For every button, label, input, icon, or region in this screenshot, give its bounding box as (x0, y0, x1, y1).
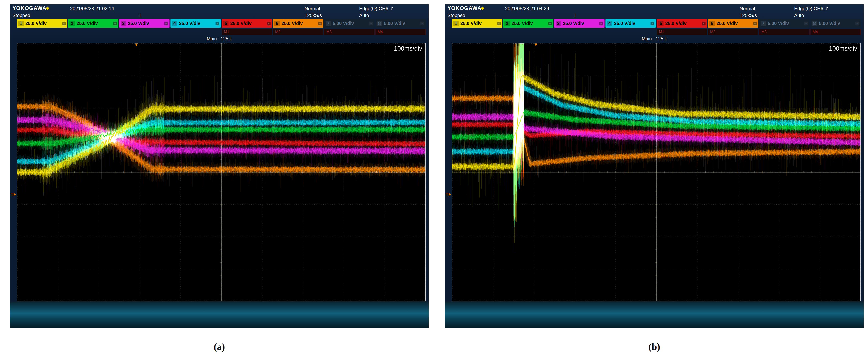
channel-number: 3 (121, 21, 126, 26)
channel-2-vdiv-badge: 225.0 V/div≡ (68, 19, 118, 28)
math-channel-badge: M1 (657, 29, 707, 35)
waveform-canvas-b (452, 43, 860, 301)
acquisition-indicator: 1 (138, 12, 141, 18)
sample-rate-label: 125kS/s (305, 12, 322, 18)
trigger-level-icon: T (10, 192, 16, 197)
channel-number: 2 (504, 21, 510, 26)
channel-4-vdiv-badge: 425.0 V/div≡ (606, 19, 656, 28)
math-channel-badge: M4 (375, 29, 426, 35)
trigger-position-icon: ▼ (533, 42, 538, 47)
coupling-icon: ≡ (113, 22, 117, 25)
scope-capture-b: YOKOGAWA ◆ 2021/05/28 21:04:29 Normal 12… (445, 4, 864, 352)
channel-settings-bar: 125.0 V/div≡225.0 V/div≡325.0 V/div≡425.… (445, 19, 864, 28)
channel-vdiv-value: 5.00 V/div (384, 21, 405, 26)
channel-vdiv-value: 25.0 V/div (563, 21, 584, 26)
trigger-source-label: Edge(Q) CH6 (359, 6, 388, 11)
subfigure-caption-a: (a) (10, 341, 429, 352)
channel-vdiv-value: 25.0 V/div (614, 21, 635, 26)
screen-footer-band (10, 301, 429, 328)
math-channel-bar: M1M2M3M4 (657, 29, 861, 35)
coupling-icon: ≡ (369, 22, 373, 25)
math-channel-bar: M1M2M3M4 (222, 29, 426, 35)
channel-vdiv-value: 25.0 V/div (512, 21, 533, 26)
timebase-label: 100ms/div (829, 45, 857, 52)
acquisition-mode-label: Normal (740, 6, 755, 11)
brand-logo: YOKOGAWA (12, 5, 46, 11)
channel-8-vdiv-badge: 85.00 V/div≡ (810, 19, 861, 28)
trigger-level-icon: T (445, 192, 451, 197)
channel-vdiv-value: 5.00 V/div (333, 21, 354, 26)
channel-number: 7 (761, 21, 766, 26)
channel-vdiv-value: 25.0 V/div (179, 21, 200, 26)
coupling-icon: ≡ (548, 22, 552, 25)
channel-settings-bar: 125.0 V/div≡225.0 V/div≡325.0 V/div≡425.… (10, 19, 429, 28)
channel-vdiv-value: 25.0 V/div (128, 21, 149, 26)
trigger-source-block: Edge(Q) CH6 (359, 6, 394, 11)
channel-4-vdiv-badge: 425.0 V/div≡ (170, 19, 221, 28)
math-channel-badge: M2 (273, 29, 323, 35)
channel-6-vdiv-badge: 625.0 V/div≡ (708, 19, 758, 28)
channel-5-vdiv-badge: 525.0 V/div≡ (657, 19, 707, 28)
scope-capture-a: YOKOGAWA ◆ 2021/05/28 21:02:14 Normal 12… (10, 4, 429, 352)
channel-7-vdiv-badge: 75.00 V/div≡ (759, 19, 809, 28)
coupling-icon: ≡ (497, 22, 501, 25)
acquisition-status: Stopped (12, 12, 30, 18)
screen-footer-band (445, 301, 864, 328)
channel-vdiv-value: 25.0 V/div (230, 21, 251, 26)
channel-vdiv-value: 25.0 V/div (716, 21, 738, 26)
brand-logo: YOKOGAWA (447, 5, 482, 11)
coupling-icon: ≡ (164, 22, 168, 25)
channel-vdiv-value: 25.0 V/div (460, 21, 482, 26)
acquisition-mode-label: Normal (305, 6, 320, 11)
coupling-icon: ≡ (599, 22, 603, 25)
main-record-length-label: Main : 125 k (642, 36, 667, 42)
figure-page: YOKOGAWA ◆ 2021/05/28 21:02:14 Normal 12… (0, 0, 868, 362)
coupling-icon: ≡ (702, 22, 706, 25)
acquisition-indicator: 1 (574, 12, 576, 18)
coupling-icon: ≡ (651, 22, 654, 25)
channel-vdiv-value: 5.00 V/div (819, 21, 840, 26)
channel-number: 4 (172, 21, 177, 26)
coupling-icon: ≡ (318, 22, 322, 25)
channel-number: 8 (377, 21, 382, 26)
channel-8-vdiv-badge: 85.00 V/div≡ (375, 19, 426, 28)
trigger-source-label: Edge(Q) CH6 (794, 6, 823, 11)
trigger-mode-label: Auto (359, 12, 369, 18)
trigger-edge-icon (390, 7, 394, 10)
channel-vdiv-value: 25.0 V/div (25, 21, 46, 26)
sample-rate-label: 125kS/s (740, 12, 757, 18)
coupling-icon: ≡ (856, 22, 859, 25)
timebase-status-row: Main : 125 k (10, 35, 429, 43)
channel-number: 1 (18, 21, 24, 26)
timebase-status-row: Main : 125 k (445, 35, 864, 43)
brand-diamond-icon: ◆ (45, 5, 49, 11)
channel-3-vdiv-badge: 325.0 V/div≡ (554, 19, 604, 28)
coupling-icon: ≡ (421, 22, 424, 25)
waveform-display-area: 100ms/div ▼ T (452, 43, 861, 301)
channel-3-vdiv-badge: 325.0 V/div≡ (119, 19, 169, 28)
channel-5-vdiv-badge: 525.0 V/div≡ (222, 19, 272, 28)
channel-2-vdiv-badge: 225.0 V/div≡ (503, 19, 553, 28)
channel-number: 8 (812, 21, 817, 26)
channel-vdiv-value: 25.0 V/div (76, 21, 98, 26)
scope-header: YOKOGAWA ◆ 2021/05/28 21:04:29 Normal 12… (445, 4, 864, 19)
channel-number: 6 (709, 21, 715, 26)
channel-number: 4 (607, 21, 612, 26)
channel-vdiv-value: 25.0 V/div (282, 21, 303, 26)
channel-number: 5 (658, 21, 663, 26)
waveform-canvas-a (17, 43, 425, 301)
trigger-mode-label: Auto (794, 12, 804, 18)
trigger-source-block: Edge(Q) CH6 (794, 6, 829, 11)
channel-number: 2 (69, 21, 75, 26)
channel-7-vdiv-badge: 75.00 V/div≡ (324, 19, 374, 28)
math-channel-badge: M1 (222, 29, 272, 35)
oscilloscope-screen-a: YOKOGAWA ◆ 2021/05/28 21:02:14 Normal 12… (10, 4, 429, 328)
timebase-label: 100ms/div (394, 45, 422, 52)
channel-number: 6 (274, 21, 280, 26)
main-record-length-label: Main : 125 k (207, 36, 232, 42)
channel-6-vdiv-badge: 625.0 V/div≡ (273, 19, 323, 28)
channel-vdiv-value: 25.0 V/div (665, 21, 686, 26)
channel-1-vdiv-badge: 125.0 V/div≡ (17, 19, 67, 28)
math-channel-badge: M4 (810, 29, 861, 35)
datetime-text: 2021/05/28 21:02:14 (70, 6, 114, 11)
